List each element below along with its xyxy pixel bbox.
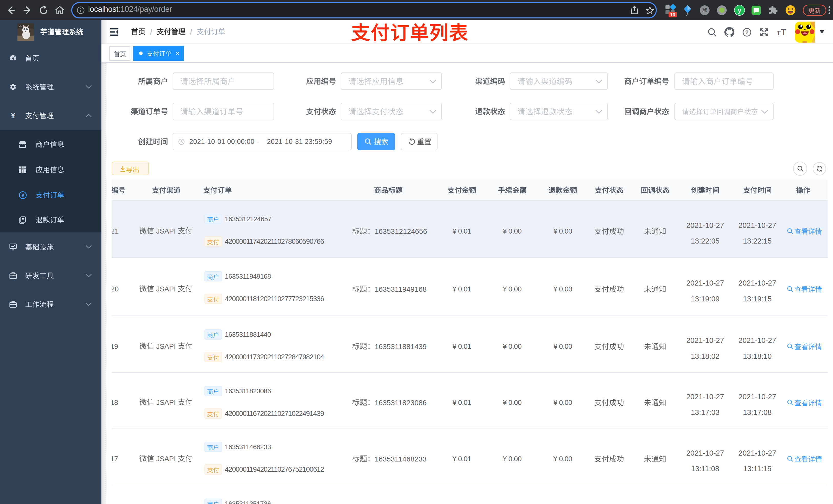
svg-text:?: ? [745,29,749,35]
svg-text:10: 10 [670,12,675,18]
svg-text:y: y [738,7,741,14]
svg-text:⌘: ⌘ [702,7,708,14]
svg-text:¥: ¥ [22,193,24,198]
